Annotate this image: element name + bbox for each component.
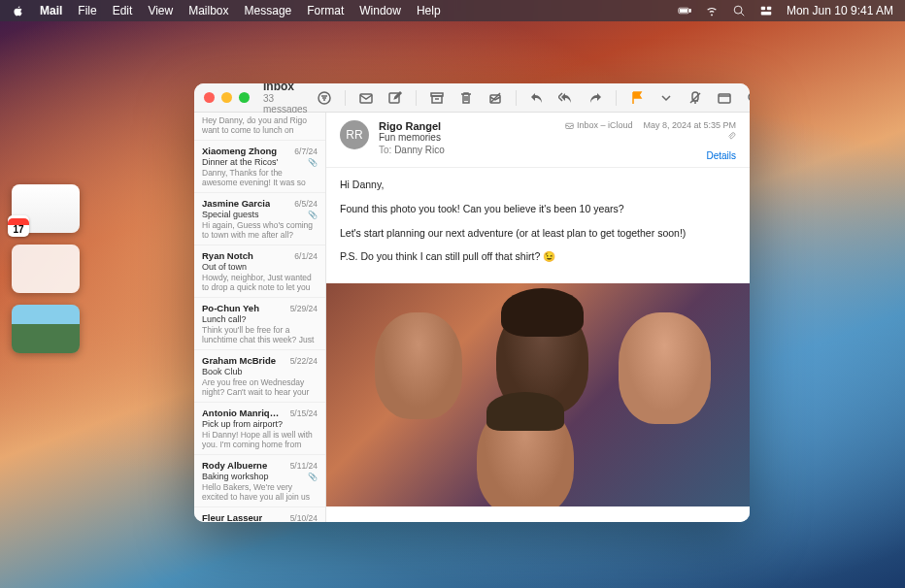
- message-pane: RR Rigo Rangel Fun memories To: Danny Ri…: [326, 113, 750, 522]
- control-center-icon[interactable]: [759, 4, 773, 17]
- list-preview: Are you free on Wednesday night? Can't w…: [202, 377, 318, 397]
- message-list[interactable]: Hey Danny, do you and Rigo want to come …: [194, 113, 326, 522]
- list-date: 6/7/24: [294, 147, 318, 156]
- message-list-item[interactable]: Antonio Manriquez5/15/24Pick up from air…: [194, 403, 325, 455]
- list-sender: Antonio Manriquez: [202, 408, 282, 418]
- message-list-item[interactable]: Xiaomeng Zhong6/7/24Dinner at the Ricos'…: [194, 141, 325, 193]
- list-sender: Xiaomeng Zhong: [202, 146, 277, 156]
- window-controls: [204, 92, 250, 103]
- list-sender: Graham McBride: [202, 355, 276, 366]
- attachment-icon: [565, 132, 736, 143]
- list-date: 5/22/24: [290, 356, 318, 366]
- list-sender: Ryan Notch: [202, 250, 253, 261]
- body-paragraph: Let's start planning our next adventure …: [340, 226, 736, 242]
- attachment-indicator-icon: 📎: [308, 473, 318, 481]
- attachment-indicator-icon: 📎: [308, 158, 318, 167]
- window-title: Inbox: [263, 83, 308, 93]
- list-preview: Hello Bakers, We're very excited to have…: [202, 482, 318, 502]
- svg-rect-6: [767, 7, 771, 11]
- menubar-edit[interactable]: Edit: [113, 4, 133, 17]
- menubar-message[interactable]: Message: [245, 4, 292, 17]
- list-date: 5/10/24: [290, 513, 318, 522]
- stage-item-document[interactable]: [12, 245, 80, 293]
- stage-item-calendar[interactable]: 17: [12, 184, 80, 233]
- svg-rect-2: [689, 10, 690, 13]
- attachment-indicator-icon: 📎: [308, 211, 318, 219]
- photo-attachment[interactable]: [326, 283, 750, 506]
- junk-icon[interactable]: [486, 89, 504, 107]
- svg-rect-1: [680, 10, 687, 13]
- stage-manager-strip: 17: [12, 184, 80, 353]
- list-subject: Dinner at the Ricos': [202, 157, 278, 167]
- compose-icon[interactable]: [386, 89, 404, 107]
- svg-line-4: [741, 13, 744, 16]
- wifi-icon[interactable]: [705, 4, 719, 17]
- list-subject: Out of town: [202, 262, 247, 272]
- message-list-item[interactable]: Jasmine Garcia6/5/24Special guests📎Hi ag…: [194, 193, 325, 245]
- filter-icon[interactable]: [316, 89, 333, 107]
- message-list-item[interactable]: Po-Chun Yeh5/29/24Lunch call?Think you'l…: [194, 298, 325, 350]
- avatar: RR: [340, 120, 369, 149]
- list-preview: Hi Danny! Hope all is well with you. I'm…: [202, 430, 318, 449]
- zoom-button[interactable]: [239, 92, 250, 103]
- archive-icon[interactable]: [428, 89, 446, 107]
- list-sender: Rody Albuerne: [202, 460, 267, 471]
- list-subject: Baking workshop: [202, 472, 269, 481]
- message-list-item[interactable]: Fleur Lasseur5/10/24Soccer jerseysAre yo…: [194, 507, 325, 522]
- new-message-icon[interactable]: [357, 89, 375, 107]
- inbox-icon: [565, 121, 574, 130]
- flag-icon[interactable]: [628, 89, 646, 107]
- mute-icon[interactable]: [687, 89, 704, 107]
- forward-icon[interactable]: [587, 89, 604, 107]
- menubar-app-name[interactable]: Mail: [40, 4, 62, 17]
- svg-rect-5: [761, 7, 765, 11]
- mail-window: Inbox 33 messages Hey Danny, do you and …: [194, 83, 750, 522]
- message-subject: Fun memories: [379, 132, 555, 143]
- minimize-button[interactable]: [221, 92, 232, 103]
- search-icon[interactable]: [745, 89, 750, 107]
- spotlight-icon[interactable]: [732, 4, 746, 17]
- menubar: Mail File Edit View Mailbox Message Form…: [0, 0, 905, 21]
- list-preview: Hi again, Guess who's coming to town wit…: [202, 220, 318, 240]
- svg-point-3: [734, 6, 742, 14]
- body-paragraph: P.S. Do you think I can still pull off t…: [340, 249, 736, 265]
- list-preview: Hey Danny, do you and Rigo want to come …: [202, 115, 318, 135]
- svg-rect-7: [761, 12, 772, 16]
- reply-all-icon[interactable]: [557, 89, 575, 107]
- message-body: Hi Danny,Found this photo you took! Can …: [326, 168, 750, 283]
- svg-point-23: [749, 93, 750, 101]
- list-subject: Book Club: [202, 367, 243, 376]
- menubar-file[interactable]: File: [78, 4, 96, 17]
- trash-icon[interactable]: [457, 89, 475, 107]
- menubar-mailbox[interactable]: Mailbox: [188, 4, 228, 17]
- list-sender: Fleur Lasseur: [202, 512, 262, 522]
- apple-menu-icon[interactable]: [12, 5, 24, 17]
- battery-icon[interactable]: [678, 4, 691, 17]
- menubar-clock[interactable]: Mon Jun 10 9:41 AM: [787, 4, 893, 17]
- menubar-help[interactable]: Help: [417, 4, 441, 17]
- message-list-item[interactable]: Hey Danny, do you and Rigo want to come …: [194, 113, 325, 141]
- move-icon[interactable]: [716, 89, 733, 107]
- list-date: 6/5/24: [294, 199, 318, 209]
- menubar-window[interactable]: Window: [359, 4, 401, 17]
- window-titlebar: Inbox 33 messages: [194, 83, 750, 113]
- body-paragraph: Found this photo you took! Can you belie…: [340, 202, 736, 217]
- details-link[interactable]: Details: [565, 150, 736, 161]
- chevron-down-icon[interactable]: [657, 89, 675, 107]
- message-from: Rigo Rangel: [379, 120, 555, 132]
- stage-item-photos[interactable]: [12, 305, 80, 353]
- list-subject: Lunch call?: [202, 314, 247, 324]
- message-list-item[interactable]: Ryan Notch6/1/24Out of townHowdy, neighb…: [194, 245, 325, 298]
- message-list-item[interactable]: Graham McBride5/22/24Book ClubAre you fr…: [194, 350, 325, 403]
- list-date: 5/15/24: [290, 408, 318, 418]
- close-button[interactable]: [204, 92, 215, 103]
- message-header: RR Rigo Rangel Fun memories To: Danny Ri…: [326, 113, 750, 168]
- message-list-item[interactable]: Rody Albuerne5/11/24Baking workshop📎Hell…: [194, 455, 325, 507]
- menubar-view[interactable]: View: [148, 4, 173, 17]
- list-preview: Think you'll be free for a lunchtime cha…: [202, 325, 318, 344]
- menubar-format[interactable]: Format: [307, 4, 344, 17]
- list-date: 5/29/24: [290, 304, 318, 313]
- list-sender: Jasmine Garcia: [202, 198, 270, 209]
- reply-icon[interactable]: [528, 89, 546, 107]
- list-subject: Special guests: [202, 210, 259, 219]
